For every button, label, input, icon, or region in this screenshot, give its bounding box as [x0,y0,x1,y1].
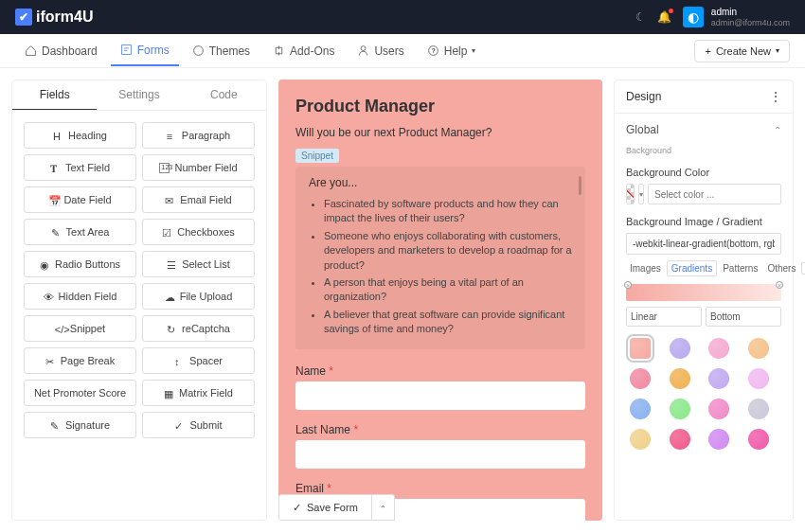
create-new-button[interactable]: + Create New ▾ [694,40,790,62]
svg-point-2 [362,46,367,51]
gradient-input[interactable] [626,233,781,255]
label-lastname: Last Name * [295,423,585,436]
field-submit[interactable]: ✓Submit [142,412,255,438]
logo-icon: ✔ [15,9,32,26]
help-icon: ? [427,44,439,57]
nav-forms[interactable]: Forms [111,36,179,66]
gradient-swatch[interactable] [708,338,729,359]
snippet-box[interactable]: Are you... Fascinated by software produc… [295,167,585,349]
design-title: Design [626,90,661,103]
field-number[interactable]: 123Number Field [142,154,255,181]
gradient-swatch[interactable] [708,399,729,419]
nav-themes[interactable]: Themes [183,36,259,66]
color-dropdown[interactable]: ▾ [638,184,644,204]
svg-text:?: ? [431,47,435,54]
field-radio[interactable]: ◉Radio Buttons [24,251,136,277]
field-hidden[interactable]: 👁Hidden Field [24,283,136,310]
tab-patterns[interactable]: Patterns [719,261,761,275]
fields-panel: Fields Settings Code HHeading ≡Paragraph… [11,80,267,521]
input-lastname[interactable] [295,440,585,469]
global-section-toggle[interactable]: Global ⌃ [615,114,793,146]
svg-rect-0 [121,45,131,55]
snippet-bullet: A person that enjoys being a vital part … [324,275,572,305]
theme-toggle-icon[interactable]: ☾ [635,10,646,24]
field-text[interactable]: 𝐓Text Field [24,154,136,181]
gradient-swatch[interactable] [708,368,729,389]
field-nps[interactable]: Net Promoter Score [24,380,136,406]
nav-users[interactable]: Users [348,36,413,66]
design-menu-icon[interactable]: ⋮ [770,90,781,103]
plus-icon: + [705,45,710,57]
bg-image-label: Background Image / Gradient [626,216,781,227]
snippet-heading: Are you... [309,176,572,189]
field-heading[interactable]: HHeading [24,122,136,149]
snippet-bullet: Fascinated by software products and how … [324,197,572,226]
gradient-swatch[interactable] [748,368,769,389]
field-checkboxes[interactable]: ☑Checkboxes [142,219,255,245]
field-textarea[interactable]: ✎Text Area [24,219,136,245]
bg-color-label: Background Color [626,167,781,178]
nav-addons[interactable]: Add-Ons [263,36,344,66]
user-name: admin [711,7,790,18]
user-email: admin@iform4u.com [711,18,790,28]
gradient-swatch[interactable] [670,429,690,450]
field-date[interactable]: 📅Date Field [24,186,136,213]
gradient-stop-right[interactable]: × [776,281,783,289]
gradient-swatch[interactable] [630,399,651,419]
gradient-swatch[interactable] [670,338,690,359]
notifications-icon[interactable]: 🔔 [657,10,671,24]
gradient-swatch[interactable] [748,399,769,419]
themes-icon [192,44,205,57]
field-select[interactable]: ☰Select List [142,251,255,277]
background-label: Background [615,146,793,159]
logo[interactable]: ✔ iform4U [15,9,93,26]
snippet-bullet: A believer that great software can provi… [324,308,572,337]
snippet-bullet: Someone who enjoys collaborating with cu… [324,229,572,273]
tab-others[interactable]: Others [763,261,799,275]
color-input[interactable] [648,184,781,204]
field-pagebreak[interactable]: ✂Page Break [24,347,136,374]
nav-dashboard[interactable]: Dashboard [15,36,107,66]
gradient-swatch[interactable] [630,338,651,359]
gradient-swatch[interactable] [670,399,690,419]
forms-icon [120,44,133,56]
gradient-swatch[interactable] [670,368,690,389]
gradient-direction-select[interactable]: Bottom [706,307,781,327]
input-name[interactable] [295,381,585,410]
gradient-preview[interactable]: × × [626,284,781,301]
gradient-swatch[interactable] [630,429,651,450]
addons-icon [273,44,285,57]
snippet-tag: Snippet [295,149,339,163]
nav-help[interactable]: ?Help ▾ [418,36,486,66]
gradient-swatch[interactable] [748,338,769,359]
save-dropdown[interactable]: ⌃ [372,494,395,521]
save-form-button[interactable]: ✓Save Form [278,494,372,521]
tab-images[interactable]: Images [626,261,665,275]
gradient-swatch[interactable] [708,429,729,450]
tab-code[interactable]: Code [182,80,266,110]
svg-point-1 [193,46,203,56]
tab-gradients[interactable]: Gradients [667,260,717,276]
tab-settings[interactable]: Settings [97,80,181,110]
user-menu[interactable]: ◐ admin admin@iform4u.com [683,7,790,28]
field-spacer[interactable]: ↕Spacer [142,347,255,374]
field-snippet[interactable]: </>Snippet [24,315,136,342]
field-matrix[interactable]: ▦Matrix Field [142,380,255,406]
gradient-swatch[interactable] [630,368,651,389]
design-panel: Design ⋮ Global ⌃ Background Background … [614,80,794,521]
tab-fields[interactable]: Fields [12,80,97,110]
brand-text: iform4U [36,9,93,26]
field-signature[interactable]: ✎Signature [24,412,136,438]
collapse-icon[interactable]: ⌃ [801,262,805,275]
field-upload[interactable]: ☁File Upload [142,283,255,310]
color-swatch[interactable] [626,184,635,204]
chevron-up-icon: ⌃ [774,125,781,135]
field-email[interactable]: ✉Email Field [142,186,255,213]
field-paragraph[interactable]: ≡Paragraph [142,122,255,149]
gradient-type-select[interactable]: Linear [626,307,702,327]
field-recaptcha[interactable]: ↻reCaptcha [142,315,255,342]
gradient-stop-left[interactable]: × [624,281,632,289]
label-name: Name * [295,364,585,378]
home-icon [25,44,37,57]
gradient-swatch[interactable] [748,429,769,450]
